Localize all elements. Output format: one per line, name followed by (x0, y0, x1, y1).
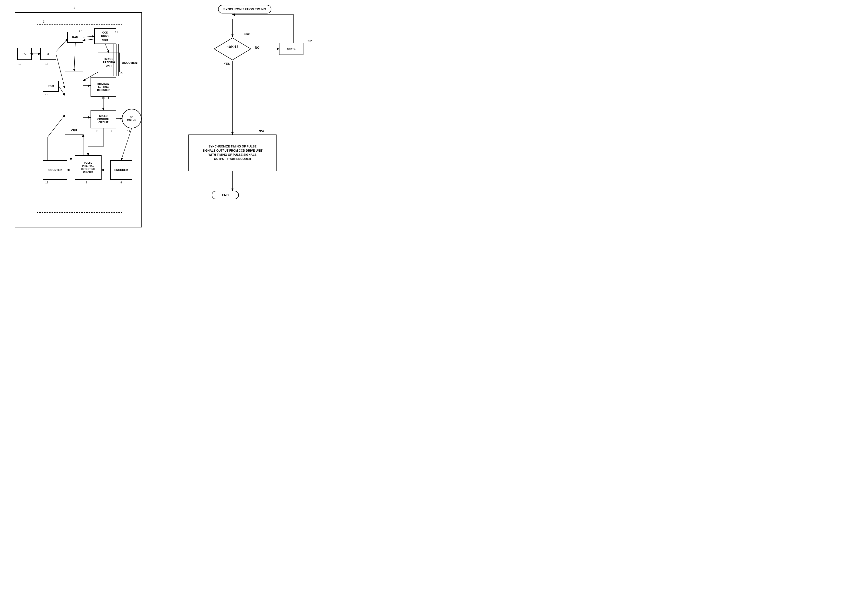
fc-end: END (212, 191, 239, 199)
fc-n-inc: n=n+1 (279, 43, 304, 55)
image-reading-block: IMAGE READING UNIT (98, 53, 120, 72)
label-7: 7. (43, 20, 45, 23)
label-t-lower: T (108, 97, 109, 99)
fc-diamond: n≧K-1? S50 YES NO (213, 37, 252, 61)
label-20: 20 (120, 71, 123, 74)
label-17: 17 (79, 29, 82, 32)
label-13: 13 (73, 130, 76, 133)
dc-motor-block: DC MOTOR (122, 109, 141, 128)
fc-sync-box: SYNCHRONIZE TIMING OF PULSE SIGNALS OUTP… (188, 134, 276, 171)
interval-register-block: INTERVAL SETTING REGISTER (91, 77, 116, 97)
label-16: 16 (45, 94, 48, 97)
flowchart: SYNCHRONIZATION TIMING (152, 5, 338, 235)
pc-block: PC (17, 48, 32, 60)
label-19: 19 (19, 62, 21, 65)
label-s52: S52 (259, 130, 264, 133)
label-8: 8 (120, 181, 122, 184)
counter-block: COUNTER (43, 160, 67, 180)
label-t-upper: T (100, 74, 102, 77)
label-9: 9 (86, 181, 87, 184)
label-s50: S50 (245, 32, 250, 36)
label-14: 14 (127, 130, 130, 133)
svg-text:n≧K-1?: n≧K-1? (226, 45, 238, 48)
ccd-drive-block: CCD DRIVE UNIT (94, 28, 116, 44)
label-10: 10 (102, 97, 104, 99)
rom-block: ROM (43, 81, 59, 92)
block-diagram: 1 7. PC 19 I/F 18 RAM 17 CCD DRIVE UNIT … (5, 5, 152, 235)
encoder-block: ENCODER (110, 160, 132, 180)
cpu-block: CPU (65, 71, 83, 134)
speed-control-block: SPEED CONTROL CIRCUIT (91, 110, 116, 128)
fc-start: SYNCHRONIZATION TIMING (218, 5, 272, 14)
label-no: NO (255, 46, 259, 49)
svg-marker-33 (214, 38, 251, 60)
label-12: 12 (45, 181, 48, 184)
label-11: 11 (115, 31, 118, 34)
page: 1 7. PC 19 I/F 18 RAM 17 CCD DRIVE UNIT … (0, 0, 343, 240)
ram-block: RAM (67, 32, 83, 43)
label-yes: YES (224, 62, 230, 65)
label-18: 18 (45, 62, 48, 65)
fc-end-container: END (212, 191, 239, 199)
label-t-small: t (112, 130, 112, 133)
label-1: 1 (73, 6, 75, 9)
pulse-interval-block: PULSE INTERVAL DETECTING CIRCUIT (74, 155, 102, 180)
if-block: I/F (40, 48, 56, 60)
label-15: 15 (95, 130, 98, 133)
label-document: DOCUMENT (122, 61, 139, 65)
label-s51: S51 (308, 40, 313, 43)
